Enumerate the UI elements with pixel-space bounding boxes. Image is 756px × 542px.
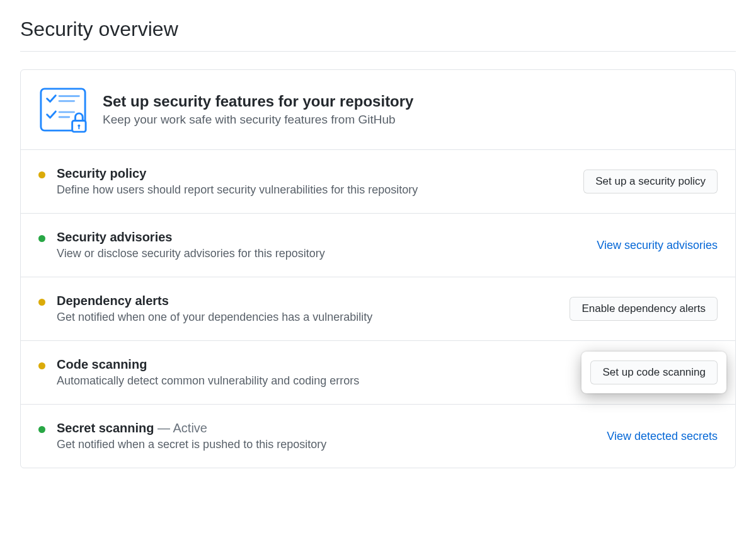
panel-header-subtitle: Keep your work safe with security featur… <box>103 113 413 127</box>
row-title: Secret scanning — Active <box>57 421 326 435</box>
status-suffix: — Active <box>154 421 207 435</box>
row-desc: Get notified when one of your dependenci… <box>57 311 372 324</box>
row-title: Security policy <box>57 166 418 181</box>
setup-code-scanning-button[interactable]: Set up code scanning <box>590 360 718 384</box>
highlight-callout: Set up code scanning <box>581 352 726 393</box>
row-title: Code scanning <box>57 357 359 372</box>
row-secret-scanning: Secret scanning — Active Get notified wh… <box>21 405 735 468</box>
security-panel: Set up security features for your reposi… <box>20 69 736 468</box>
row-title: Security advisories <box>57 230 325 245</box>
panel-header-title: Set up security features for your reposi… <box>103 93 413 110</box>
status-dot-icon <box>38 235 45 242</box>
row-desc: Define how users should report security … <box>57 183 418 197</box>
row-security-policy: Security policy Define how users should … <box>21 150 735 214</box>
enable-dependency-alerts-button[interactable]: Enable dependency alerts <box>570 297 718 321</box>
status-dot-icon <box>38 171 45 178</box>
status-dot-icon <box>38 426 45 433</box>
status-dot-icon <box>38 362 45 369</box>
checklist-lock-icon <box>38 85 88 134</box>
setup-security-policy-button[interactable]: Set up a security policy <box>583 170 718 193</box>
row-security-advisories: Security advisories View or disclose sec… <box>21 214 735 277</box>
row-title: Dependency alerts <box>57 294 372 308</box>
view-detected-secrets-link[interactable]: View detected secrets <box>607 430 718 443</box>
row-desc: View or disclose security advisories for… <box>57 247 325 260</box>
row-desc: Get notified when a secret is pushed to … <box>57 438 326 451</box>
status-dot-icon <box>38 299 45 306</box>
row-code-scanning: Code scanning Automatically detect commo… <box>21 341 735 405</box>
view-security-advisories-link[interactable]: View security advisories <box>597 239 718 252</box>
panel-header: Set up security features for your reposi… <box>21 70 735 150</box>
row-desc: Automatically detect common vulnerabilit… <box>57 374 359 388</box>
row-dependency-alerts: Dependency alerts Get notified when one … <box>21 277 735 341</box>
page-title: Security overview <box>20 18 736 52</box>
